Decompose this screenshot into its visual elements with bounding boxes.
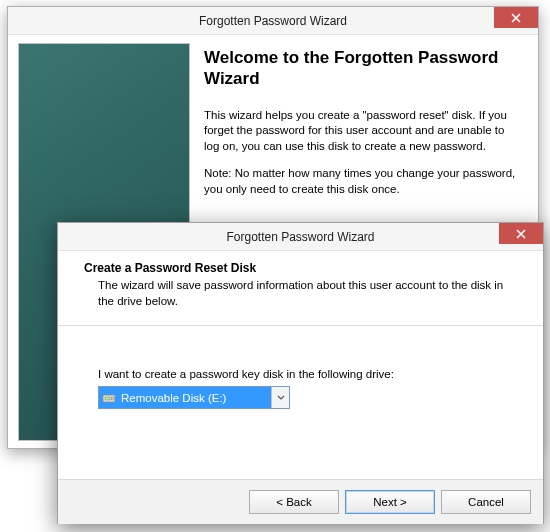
drive-prompt-label: I want to create a password key disk in …: [98, 368, 517, 380]
window-title: Forgotten Password Wizard: [58, 230, 543, 244]
drive-select[interactable]: Removable Disk (E:): [98, 386, 290, 409]
titlebar: Forgotten Password Wizard: [8, 7, 538, 35]
drive-select-selected: Removable Disk (E:): [99, 387, 271, 408]
wizard-main-area: I want to create a password key disk in …: [58, 326, 543, 479]
wizard-header-area: Create a Password Reset Disk The wizard …: [58, 251, 543, 317]
close-icon: [511, 13, 521, 23]
removable-disk-icon: [101, 390, 117, 406]
page-heading: Create a Password Reset Disk: [84, 261, 517, 275]
svg-rect-2: [112, 397, 115, 400]
wizard-heading: Welcome to the Forgotten Password Wizard: [204, 47, 522, 90]
back-button[interactable]: < Back: [249, 490, 339, 514]
window-title: Forgotten Password Wizard: [8, 14, 538, 28]
next-button[interactable]: Next >: [345, 490, 435, 514]
wizard-window-create-disk: Forgotten Password Wizard Create a Passw…: [57, 222, 544, 524]
drive-select-value: Removable Disk (E:): [121, 392, 226, 404]
wizard-note: Note: No matter how many times you chang…: [204, 166, 522, 197]
close-button[interactable]: [494, 7, 538, 28]
page-subheading: The wizard will save password informatio…: [84, 278, 517, 309]
cancel-button[interactable]: Cancel: [441, 490, 531, 514]
close-button[interactable]: [499, 223, 543, 244]
chevron-down-icon: [271, 387, 289, 408]
close-icon: [516, 229, 526, 239]
wizard-button-row: < Back Next > Cancel: [58, 479, 543, 524]
window-body: Create a Password Reset Disk The wizard …: [58, 251, 543, 524]
titlebar: Forgotten Password Wizard: [58, 223, 543, 251]
wizard-paragraph: This wizard helps you create a "password…: [204, 108, 522, 155]
svg-rect-1: [105, 397, 110, 400]
